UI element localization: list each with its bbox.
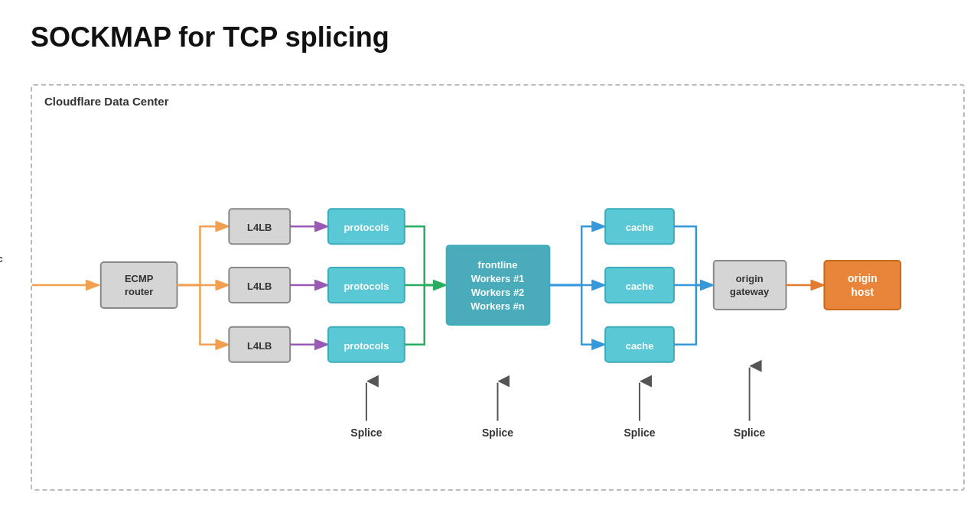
- svg-text:origin: origin: [736, 273, 763, 284]
- arrow-cache3-origingw: [674, 285, 711, 345]
- splice-label-2: Splice: [482, 427, 513, 439]
- frontline-workers-box: [447, 245, 550, 325]
- arrow-ecmp-l4lb3: [177, 285, 227, 345]
- svg-text:Workers #n: Workers #n: [470, 300, 524, 312]
- svg-text:host: host: [851, 286, 874, 298]
- splice-label-4: Splice: [734, 427, 765, 439]
- page-title: SOCKMAP for TCP splicing: [0, 0, 980, 67]
- svg-text:gateway: gateway: [730, 286, 770, 297]
- diagram-wrapper: Cloudflare Data Center Inbound HTTP traf…: [31, 84, 965, 491]
- diagram-svg: Inbound HTTP traffic: [32, 86, 963, 489]
- arrow-ecmp-l4lb1: [177, 226, 227, 285]
- svg-text:L4LB: L4LB: [247, 281, 272, 292]
- splice-label-1: Splice: [350, 427, 382, 439]
- svg-text:router: router: [125, 286, 153, 297]
- svg-text:L4LB: L4LB: [247, 222, 272, 233]
- arrow-cache1-origingw: [674, 226, 711, 285]
- arrow-frontline-cache1: [549, 226, 603, 285]
- svg-text:L4LB: L4LB: [247, 340, 272, 352]
- svg-text:cache: cache: [626, 222, 654, 233]
- svg-text:protocols: protocols: [343, 340, 389, 352]
- arrow-proto3-frontline: [405, 285, 444, 345]
- svg-text:Workers #1: Workers #1: [471, 273, 525, 284]
- splice-label-3: Splice: [623, 427, 655, 439]
- inbound-traffic-label: InboundHTTP traffic: [0, 238, 13, 266]
- svg-text:cache: cache: [626, 281, 654, 292]
- svg-text:origin: origin: [848, 272, 877, 284]
- svg-text:ECMP: ECMP: [125, 273, 154, 284]
- svg-text:protocols: protocols: [343, 281, 389, 292]
- svg-text:cache: cache: [626, 340, 654, 352]
- arrow-proto1-frontline: [405, 226, 444, 285]
- svg-text:frontline: frontline: [478, 259, 518, 271]
- svg-text:protocols: protocols: [343, 222, 389, 233]
- svg-text:Workers #2: Workers #2: [471, 287, 525, 298]
- arrow-frontline-cache3: [549, 285, 603, 345]
